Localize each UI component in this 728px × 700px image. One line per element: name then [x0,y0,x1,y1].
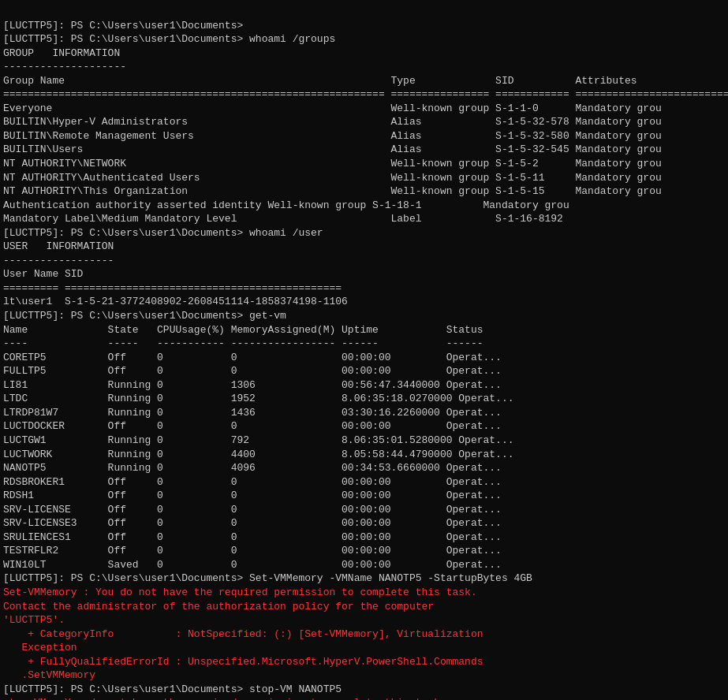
terminal-line: ---- ----- ----------- -----------------… [3,337,725,351]
terminal-line: LUCTDOCKER Off 0 0 00:00:00 Operat... [3,419,725,434]
terminal-line: USER INFORMATION [3,240,725,254]
terminal-line: LUCTWORK Running 0 4400 8.05:58:44.47900… [3,448,725,462]
terminal-line: BUILTIN\Hyper-V Administrators Alias S-1… [3,115,725,129]
terminal-line: [LUCTTP5]: PS C:\Users\user1\Documents> … [3,226,725,240]
terminal-line: RDSBROKER1 Off 0 0 00:00:00 Operat... [3,475,725,490]
terminal-line: Everyone Well-known group S-1-1-0 Mandat… [3,102,725,116]
terminal-line: stop-VM : You do not have the required p… [3,696,725,700]
terminal-line: Exception [3,641,725,655]
terminal-line: Mandatory Label\Medium Mandatory Level L… [3,212,725,226]
terminal-line: LTRDP81W7 Running 0 1436 03:30:16.226000… [3,406,725,420]
terminal-line: CORETP5 Off 0 0 00:00:00 Operat... [3,351,725,365]
terminal-line: FULLTP5 Off 0 0 00:00:00 Operat... [3,364,725,378]
terminal-line: ========================================… [3,88,725,102]
terminal-line: + CategoryInfo : NotSpecified: (:) [Set-… [3,627,725,642]
terminal-line: Set-VMMemory : You do not have the requi… [3,586,725,600]
terminal-line: -------------------- [3,60,725,74]
terminal-line: LTDC Running 0 1952 8.06:35:18.0270000 O… [3,392,725,406]
terminal-line: LI81 Running 0 1306 00:56:47.3440000 Ope… [3,378,725,393]
terminal-line: .SetVMMemory [3,668,725,683]
terminal-line: [LUCTTP5]: PS C:\Users\user1\Documents> … [3,572,725,586]
terminal-line: TESTRFLR2 Off 0 0 00:00:00 Operat... [3,544,725,558]
terminal-line: ========= ==============================… [3,281,725,296]
terminal-line: [LUCTTP5]: PS C:\Users\user1\Documents> [3,19,725,33]
terminal-line: 'LUCTTP5'. [3,613,725,627]
terminal-line: SRULIENCES1 Off 0 0 00:00:00 Operat... [3,531,725,545]
terminal-line: Group Name Type SID Attributes [3,74,725,88]
terminal-line: BUILTIN\Users Alias S-1-5-32-545 Mandato… [3,143,725,157]
terminal-line: [LUCTTP5]: PS C:\Users\user1\Documents> … [3,32,725,47]
terminal-line: lt\user1 S-1-5-21-3772408902-2608451114-… [3,295,725,309]
terminal-line: NANOTP5 Running 0 4096 00:34:53.6660000 … [3,461,725,475]
terminal-line: SRV-LICENSE3 Off 0 0 00:00:00 Operat... [3,516,725,531]
terminal-output: [LUCTTP5]: PS C:\Users\user1\Documents>[… [0,3,728,700]
terminal-line: LUCTGW1 Running 0 792 8.06:35:01.5280000… [3,434,725,448]
terminal-line: BUILTIN\Remote Management Users Alias S-… [3,129,725,143]
terminal-line: Authentication authority asserted identi… [3,199,725,213]
terminal-line: + FullyQualifiedErrorId : Unspecified.Mi… [3,655,725,669]
terminal-line: RDSH1 Off 0 0 00:00:00 Operat... [3,489,725,503]
terminal-line: [LUCTTP5]: PS C:\Users\user1\Documents> … [3,683,725,697]
terminal-line: [LUCTTP5]: PS C:\Users\user1\Documents> … [3,309,725,323]
terminal-line: NT AUTHORITY\NETWORK Well-known group S-… [3,157,725,171]
terminal-line: Contact the administrator of the authori… [3,600,725,614]
terminal-line: GROUP INFORMATION [3,47,725,61]
terminal-line: Name State CPUUsage(%) MemoryAssigned(M)… [3,323,725,337]
terminal-line: ------------------ [3,254,725,268]
terminal-line: NT AUTHORITY\This Organization Well-know… [3,184,725,199]
terminal-line: SRV-LICENSE Off 0 0 00:00:00 Operat... [3,503,725,517]
terminal-line: User Name SID [3,267,725,281]
terminal-line: NT AUTHORITY\Authenticated Users Well-kn… [3,171,725,185]
terminal-line: WIN10LT Saved 0 0 00:00:00 Operat... [3,558,725,572]
